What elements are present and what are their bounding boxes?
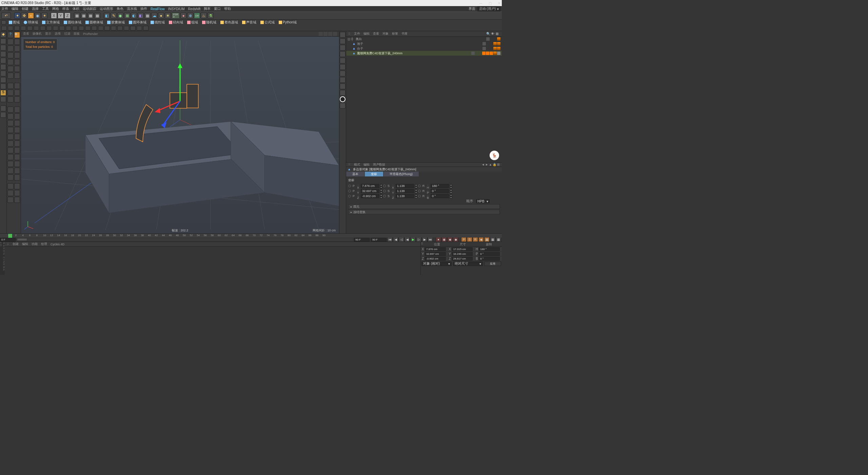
om-bookmarks[interactable]: 书签 — [401, 32, 408, 36]
edge-mode[interactable] — [0, 77, 6, 83]
lp1[interactable] — [0, 106, 6, 111]
snap-toggle[interactable]: S — [0, 90, 6, 96]
attr-new-icon[interactable]: ⊞ — [497, 163, 500, 166]
sp-a3[interactable] — [7, 90, 14, 96]
vp-nav-1[interactable] — [319, 32, 323, 36]
rt-4[interactable] — [340, 51, 346, 57]
tab-basic[interactable]: 基本 — [346, 172, 365, 176]
sp-c1[interactable] — [7, 183, 14, 189]
om-view[interactable]: 查看 — [373, 32, 379, 36]
rh-input[interactable]: 180 ° — [431, 184, 449, 188]
z-axis-toggle[interactable]: Z — [64, 13, 71, 19]
sel-tag[interactable] — [482, 52, 486, 55]
tl-autokey[interactable]: ◉ — [441, 237, 447, 242]
rb-input[interactable]: 0 ° — [431, 194, 449, 198]
attr-lock-icon[interactable]: 🔒 — [493, 163, 496, 166]
sp-4[interactable] — [14, 39, 20, 45]
sel-tag[interactable] — [490, 52, 493, 55]
render-region[interactable]: ▦ — [81, 13, 87, 19]
move-tool[interactable]: ✥ — [21, 13, 27, 19]
menu-tools[interactable]: 工具 — [42, 6, 49, 11]
sp-b15[interactable] — [7, 154, 14, 160]
tl-scrollbar[interactable] — [17, 238, 353, 241]
magnet-icon[interactable] — [0, 96, 6, 102]
tb2-random[interactable]: 随机域 — [201, 20, 218, 25]
sp-b19[interactable] — [7, 168, 14, 174]
vp-menu-view[interactable]: 查看 — [23, 32, 29, 36]
tb3-3[interactable] — [14, 26, 20, 31]
tb3-19[interactable] — [117, 26, 123, 31]
layout-dropdown[interactable]: 启动 (用户)▾ — [477, 6, 500, 12]
menu-motiontrack[interactable]: 运动跟踪 — [83, 6, 96, 11]
sp-b6[interactable] — [14, 120, 20, 126]
mat-create[interactable]: 创建 — [13, 242, 19, 246]
tb3-15[interactable] — [92, 26, 97, 31]
tb3-6[interactable] — [34, 26, 39, 31]
rt-3[interactable] — [340, 45, 346, 51]
tl-opt2[interactable]: ▦ — [496, 237, 501, 242]
tb2-radial[interactable]: 径向域 — [167, 20, 184, 25]
attr-userdata[interactable]: 用户数据 — [373, 163, 385, 167]
sp-a1[interactable] — [7, 83, 14, 89]
tb3-20[interactable] — [124, 26, 129, 31]
texture-mode[interactable] — [0, 45, 6, 51]
sp-c2[interactable] — [14, 183, 20, 189]
maximize-icon[interactable]: ▢ — [489, 1, 492, 5]
tb3-13[interactable] — [79, 26, 84, 31]
vp-menu-options[interactable]: 选项 — [55, 32, 61, 36]
bz-input[interactable]: -0.902 cm — [425, 257, 446, 261]
mat-func[interactable]: 功能 — [32, 242, 38, 246]
sp-a5[interactable] — [7, 96, 14, 102]
tl-start-input[interactable]: 0 F — [0, 238, 16, 242]
tl-key-sel[interactable]: ◆ — [453, 237, 458, 242]
material-list[interactable] — [5, 247, 420, 275]
brb-input[interactable]: 0 ° — [479, 257, 500, 261]
vp-menu-display[interactable]: 显示 — [45, 32, 51, 36]
cube-primitive[interactable]: ◧ — [104, 13, 110, 19]
phong-tag[interactable] — [493, 52, 497, 55]
phong-tag2[interactable] — [497, 42, 500, 45]
vp-nav-2[interactable] — [323, 32, 328, 36]
tb3-17[interactable] — [104, 26, 110, 31]
vp-nav-3[interactable] — [328, 32, 332, 36]
sp-13[interactable] — [7, 73, 14, 79]
mat-tex[interactable]: 纹理 — [41, 242, 47, 246]
bulb-icon[interactable]: ♨ — [201, 13, 207, 19]
sp-7[interactable] — [7, 52, 14, 58]
tb2-cone[interactable]: 圆锥体域 — [84, 20, 104, 25]
subdiv-button[interactable]: ◉ — [117, 13, 123, 19]
sp-a6[interactable] — [14, 96, 20, 102]
field-button[interactable]: ▦ — [144, 13, 151, 19]
sp-11[interactable] — [7, 66, 14, 72]
sp-b4[interactable] — [14, 113, 20, 119]
tl-step-fwd[interactable]: ▶ — [422, 237, 427, 242]
tb2-formula[interactable]: 公式域 — [259, 20, 276, 25]
tl-step-back[interactable]: ◀ — [393, 237, 398, 242]
tb3-10[interactable] — [59, 26, 65, 31]
px-input[interactable]: 7.876 cm — [361, 184, 379, 188]
sp-b16[interactable] — [14, 154, 20, 160]
attr-up-icon[interactable]: ▲ — [489, 163, 492, 166]
sp-c5[interactable] — [7, 197, 14, 203]
sphere-icon[interactable]: ● — [180, 13, 186, 19]
sp-5[interactable] — [7, 45, 14, 52]
tb2-linear[interactable]: 线性域 — [149, 20, 166, 25]
brh-input[interactable]: 180 ° — [479, 247, 500, 251]
psr-button[interactable]: PSR0 — [172, 13, 180, 19]
vis-tag[interactable] — [486, 37, 490, 41]
tab-coord[interactable]: 坐标 — [365, 172, 383, 176]
tl-record[interactable]: ● — [436, 237, 441, 242]
mat-edit[interactable]: 编辑 — [22, 242, 28, 246]
tl-param-key[interactable]: ◆ — [478, 237, 484, 242]
sz-input[interactable]: 1.138 — [396, 194, 414, 198]
menu-character[interactable]: 角色 — [117, 6, 123, 11]
render-settings[interactable]: ▦ — [94, 13, 100, 19]
coord-mode-dropdown[interactable]: 对象 (相对)▾ — [421, 262, 452, 266]
menu-pipeline[interactable]: 流水线 — [127, 6, 137, 11]
x-axis-toggle[interactable]: X — [51, 13, 57, 19]
om-file[interactable]: 文件 — [354, 32, 360, 36]
tl-goto-end[interactable]: ⏭ — [428, 237, 433, 242]
tb2-sphere[interactable]: 球体域 — [22, 20, 39, 25]
tl-keyframe[interactable]: ◆ — [447, 237, 453, 242]
boole-button[interactable]: ◐ — [131, 13, 137, 19]
